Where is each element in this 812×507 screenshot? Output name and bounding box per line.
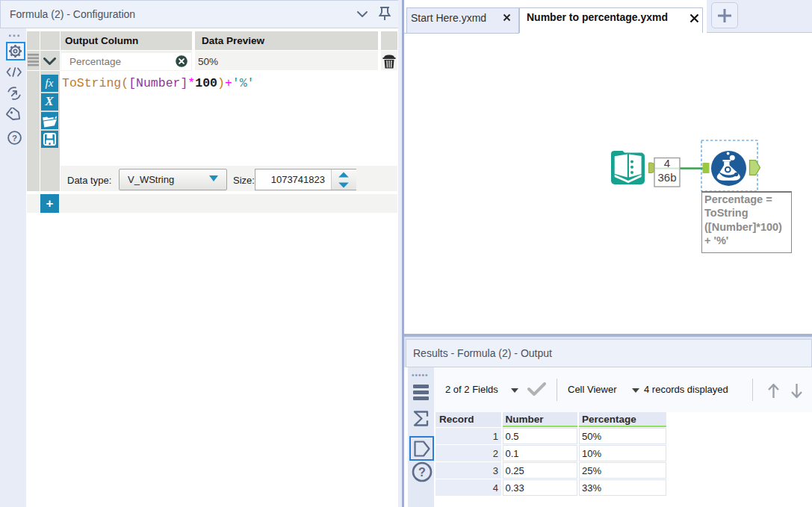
- svg-text:?: ?: [12, 133, 17, 142]
- svg-text:4: 4: [664, 157, 670, 169]
- svg-text:36b: 36b: [657, 171, 676, 184]
- svg-text:?: ?: [418, 466, 426, 479]
